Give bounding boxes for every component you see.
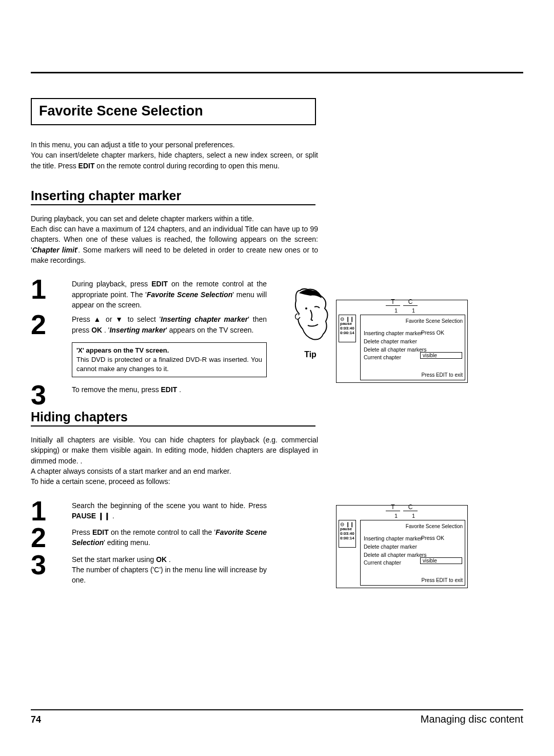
osd-main-panel: Favorite Scene Selection Inserting chapt… (360, 315, 465, 380)
svg-point-0 (305, 307, 307, 309)
step-text: During playback, press EDIT on the remot… (72, 279, 267, 310)
osd-footer: Press EDIT to exit (422, 577, 463, 583)
down-icon: ▼ (115, 315, 124, 323)
n: 1 (389, 307, 403, 314)
note-title: 'X' appears on the TV screen. (76, 346, 262, 355)
section-name: Managing disc content (421, 713, 523, 725)
page-number: 74 (31, 714, 41, 725)
section-heading-1: Inserting chapter marker (31, 188, 315, 205)
t: on the remote control to call the ' (109, 528, 215, 536)
im: Inserting marker (109, 326, 166, 334)
osd-visible-box: visible (420, 557, 462, 564)
section2-body: Initially all chapters are visible. You … (31, 435, 318, 487)
step-number: 1 (31, 277, 72, 310)
t: T (386, 298, 400, 306)
section1-body: During playback, you can set and delete … (31, 214, 318, 265)
pause-key: PAUSE ❙❙ (72, 512, 112, 520)
osd-item: Inserting chapter marker (364, 329, 427, 338)
osd-menu-list: Inserting chapter marker Delete chapter … (364, 329, 427, 362)
t: ' appears on the TV screen. (166, 326, 253, 334)
osd-screenshot-2: TC 11 ⊖ ❙❙ pause 0:03:40 0:00:14 Favorit… (336, 505, 468, 588)
step-text: Search the beginning of the scene you wa… (72, 500, 267, 521)
osd-footer: Press EDIT to exit (422, 372, 463, 378)
face-icon (289, 285, 331, 347)
c: C (403, 298, 418, 306)
step-text: Press ▲ or ▼ to select 'Inserting chapte… (72, 314, 267, 335)
n: 1 (406, 513, 421, 519)
step-number: 3 (31, 552, 72, 586)
step-number: 3 (31, 382, 72, 408)
edit-key: EDIT (78, 162, 95, 170)
t: To remove the menu, press (72, 385, 161, 394)
t: T (386, 503, 400, 511)
osd-pressok: Press OK (421, 329, 444, 336)
step-number: 2 (31, 312, 72, 377)
steps-block-2: 1 Search the beginning of the scene you … (31, 498, 318, 586)
top-rule (31, 72, 523, 73)
note-box: 'X' appears on the TV screen. This DVD i… (72, 342, 267, 378)
step: 2 Press ▲ or ▼ to select 'Inserting chap… (31, 312, 318, 377)
t: . (167, 555, 171, 564)
ok-key: OK (156, 555, 167, 564)
intro-text: In this menu, you can adjust a title to … (31, 140, 318, 171)
step: 2 Press EDIT on the remote control to ca… (31, 525, 318, 550)
tip-label: Tip (287, 350, 333, 359)
edit-key: EDIT (161, 385, 177, 394)
step: 3 Set the start marker using OK . The nu… (31, 552, 318, 586)
osd-side-panel: ⊖ ❙❙ pause 0:03:40 0:00:14 (339, 520, 356, 548)
t: to select ' (124, 315, 161, 323)
osd-title: Favorite Scene Selection (406, 318, 463, 324)
section-heading-2: Hiding chapters (31, 410, 315, 427)
osd-tc-values: 11 (389, 513, 424, 519)
osd-item: Inserting chapter marker (364, 535, 427, 543)
step-text: Press EDIT on the remote control to call… (72, 527, 267, 548)
n: 1 (406, 307, 421, 314)
n: 1 (389, 513, 403, 519)
step-text: To remove the menu, press EDIT . (72, 384, 267, 395)
osd-item: Current chapter (364, 354, 427, 362)
step: 1 During playback, press EDIT on the rem… (31, 277, 318, 310)
steps-block-1: 1 During playback, press EDIT on the rem… (31, 277, 318, 408)
step: 1 Search the beginning of the scene you … (31, 498, 318, 524)
c: C (403, 503, 418, 511)
fss: Favorite Scene Selection (147, 290, 232, 299)
osd-item: Current chapter (364, 559, 427, 567)
t: Press (72, 315, 94, 323)
icm: Inserting chapter marker (161, 315, 248, 323)
step-number: 1 (31, 498, 72, 524)
osd-main-panel: Favorite Scene Selection Inserting chapt… (360, 520, 465, 586)
osd-tc-values: 11 (389, 307, 424, 314)
intro-line2b: on the remote control during recording t… (94, 162, 279, 170)
t: . (177, 385, 181, 394)
edit-key: EDIT (151, 280, 168, 288)
t: During playback, press (72, 280, 151, 288)
chapter-limit: Chapter limit (32, 246, 77, 254)
osd-screenshot-1: TC 11 ⊖ ❙❙ pause 0:03:40 0:00:14 Favorit… (336, 300, 468, 383)
t: The number of chapters ('C') in the menu… (72, 566, 267, 584)
t: Press (72, 528, 92, 536)
t: ' editing menu. (104, 538, 150, 547)
t: A chapter always consists of a start mar… (31, 467, 231, 475)
time2: 0:00:14 (340, 536, 354, 541)
osd-item: Delete chapter marker (364, 543, 427, 551)
osd-side-panel: ⊖ ❙❙ pause 0:03:40 0:00:14 (339, 315, 356, 342)
ok-key: OK (91, 326, 102, 334)
osd-title: Favorite Scene Selection (406, 524, 463, 529)
s1-p1: During playback, you can set and delete … (31, 215, 254, 223)
osd-visible-box: visible (420, 352, 462, 359)
t: or (102, 315, 115, 323)
osd-item: Delete chapter marker (364, 338, 427, 346)
t: . (112, 512, 114, 520)
note-body: This DVD is protected or a finalized DVD… (76, 355, 262, 374)
osd-tc-labels: TC (386, 298, 421, 306)
osd-menu-list: Inserting chapter marker Delete chapter … (364, 535, 427, 567)
tip-illustration: Tip (287, 285, 333, 359)
t: To hide a certain scene, proceed as foll… (31, 477, 170, 486)
t: Initially all chapters are visible. You … (31, 436, 318, 465)
osd-item: Delete all chapter markers (364, 346, 427, 354)
manual-page: Favorite Scene Selection In this menu, y… (0, 0, 554, 756)
t: Search the beginning of the scene you wa… (72, 501, 267, 510)
edit-key: EDIT (92, 528, 109, 536)
step-text: Set the start marker using OK . The numb… (72, 554, 267, 586)
step-number: 2 (31, 525, 72, 550)
